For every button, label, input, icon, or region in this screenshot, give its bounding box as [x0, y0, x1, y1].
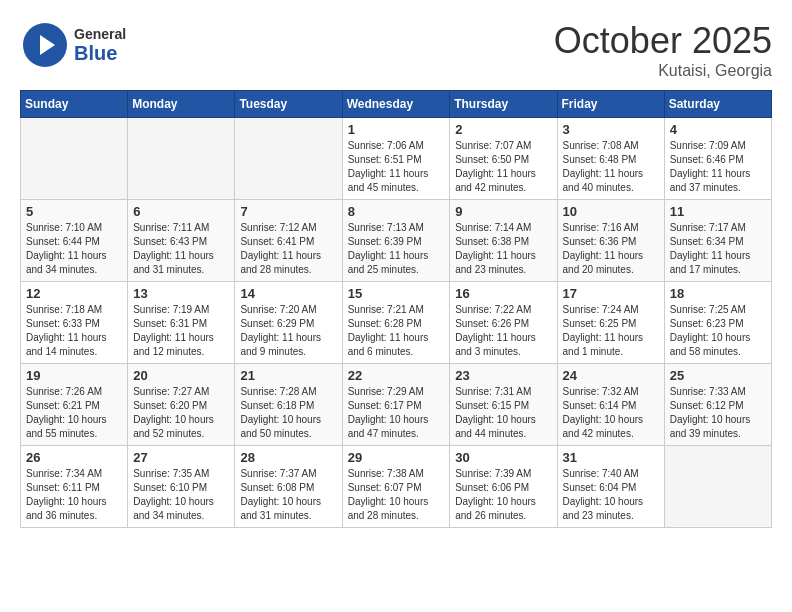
- calendar-cell: 6Sunrise: 7:11 AM Sunset: 6:43 PM Daylig…: [128, 200, 235, 282]
- calendar-cell: 1Sunrise: 7:06 AM Sunset: 6:51 PM Daylig…: [342, 118, 450, 200]
- day-info: Sunrise: 7:26 AM Sunset: 6:21 PM Dayligh…: [26, 385, 122, 441]
- day-info: Sunrise: 7:40 AM Sunset: 6:04 PM Dayligh…: [563, 467, 659, 523]
- day-number: 4: [670, 122, 766, 137]
- day-info: Sunrise: 7:06 AM Sunset: 6:51 PM Dayligh…: [348, 139, 445, 195]
- day-info: Sunrise: 7:07 AM Sunset: 6:50 PM Dayligh…: [455, 139, 551, 195]
- calendar-cell: 19Sunrise: 7:26 AM Sunset: 6:21 PM Dayli…: [21, 364, 128, 446]
- day-number: 25: [670, 368, 766, 383]
- calendar-cell: [21, 118, 128, 200]
- calendar-cell: [664, 446, 771, 528]
- day-info: Sunrise: 7:11 AM Sunset: 6:43 PM Dayligh…: [133, 221, 229, 277]
- day-info: Sunrise: 7:38 AM Sunset: 6:07 PM Dayligh…: [348, 467, 445, 523]
- header-day-tuesday: Tuesday: [235, 91, 342, 118]
- calendar-cell: 18Sunrise: 7:25 AM Sunset: 6:23 PM Dayli…: [664, 282, 771, 364]
- calendar-cell: 5Sunrise: 7:10 AM Sunset: 6:44 PM Daylig…: [21, 200, 128, 282]
- calendar-cell: 25Sunrise: 7:33 AM Sunset: 6:12 PM Dayli…: [664, 364, 771, 446]
- day-number: 6: [133, 204, 229, 219]
- day-info: Sunrise: 7:27 AM Sunset: 6:20 PM Dayligh…: [133, 385, 229, 441]
- header-day-monday: Monday: [128, 91, 235, 118]
- day-number: 19: [26, 368, 122, 383]
- day-info: Sunrise: 7:20 AM Sunset: 6:29 PM Dayligh…: [240, 303, 336, 359]
- day-info: Sunrise: 7:33 AM Sunset: 6:12 PM Dayligh…: [670, 385, 766, 441]
- calendar-cell: 9Sunrise: 7:14 AM Sunset: 6:38 PM Daylig…: [450, 200, 557, 282]
- calendar-cell: 11Sunrise: 7:17 AM Sunset: 6:34 PM Dayli…: [664, 200, 771, 282]
- location-title: Kutaisi, Georgia: [554, 62, 772, 80]
- week-row-3: 12Sunrise: 7:18 AM Sunset: 6:33 PM Dayli…: [21, 282, 772, 364]
- day-number: 3: [563, 122, 659, 137]
- calendar-cell: 3Sunrise: 7:08 AM Sunset: 6:48 PM Daylig…: [557, 118, 664, 200]
- calendar-cell: 15Sunrise: 7:21 AM Sunset: 6:28 PM Dayli…: [342, 282, 450, 364]
- day-number: 17: [563, 286, 659, 301]
- day-number: 2: [455, 122, 551, 137]
- calendar-cell: 13Sunrise: 7:19 AM Sunset: 6:31 PM Dayli…: [128, 282, 235, 364]
- day-number: 7: [240, 204, 336, 219]
- day-info: Sunrise: 7:17 AM Sunset: 6:34 PM Dayligh…: [670, 221, 766, 277]
- day-number: 20: [133, 368, 229, 383]
- day-info: Sunrise: 7:13 AM Sunset: 6:39 PM Dayligh…: [348, 221, 445, 277]
- day-info: Sunrise: 7:34 AM Sunset: 6:11 PM Dayligh…: [26, 467, 122, 523]
- day-number: 10: [563, 204, 659, 219]
- calendar-cell: [128, 118, 235, 200]
- day-number: 24: [563, 368, 659, 383]
- day-number: 9: [455, 204, 551, 219]
- page-header: General Blue October 2025 Kutaisi, Georg…: [20, 20, 772, 80]
- calendar-table: SundayMondayTuesdayWednesdayThursdayFrid…: [20, 90, 772, 528]
- day-info: Sunrise: 7:21 AM Sunset: 6:28 PM Dayligh…: [348, 303, 445, 359]
- title-block: October 2025 Kutaisi, Georgia: [554, 20, 772, 80]
- calendar-cell: 16Sunrise: 7:22 AM Sunset: 6:26 PM Dayli…: [450, 282, 557, 364]
- calendar-cell: [235, 118, 342, 200]
- calendar-cell: 31Sunrise: 7:40 AM Sunset: 6:04 PM Dayli…: [557, 446, 664, 528]
- week-row-4: 19Sunrise: 7:26 AM Sunset: 6:21 PM Dayli…: [21, 364, 772, 446]
- day-info: Sunrise: 7:28 AM Sunset: 6:18 PM Dayligh…: [240, 385, 336, 441]
- day-number: 16: [455, 286, 551, 301]
- day-number: 26: [26, 450, 122, 465]
- day-number: 11: [670, 204, 766, 219]
- calendar-header: SundayMondayTuesdayWednesdayThursdayFrid…: [21, 91, 772, 118]
- header-day-sunday: Sunday: [21, 91, 128, 118]
- logo-general: General: [74, 26, 126, 42]
- day-number: 27: [133, 450, 229, 465]
- calendar-cell: 10Sunrise: 7:16 AM Sunset: 6:36 PM Dayli…: [557, 200, 664, 282]
- week-row-2: 5Sunrise: 7:10 AM Sunset: 6:44 PM Daylig…: [21, 200, 772, 282]
- day-info: Sunrise: 7:09 AM Sunset: 6:46 PM Dayligh…: [670, 139, 766, 195]
- calendar-cell: 28Sunrise: 7:37 AM Sunset: 6:08 PM Dayli…: [235, 446, 342, 528]
- day-number: 23: [455, 368, 551, 383]
- day-info: Sunrise: 7:10 AM Sunset: 6:44 PM Dayligh…: [26, 221, 122, 277]
- day-number: 31: [563, 450, 659, 465]
- day-number: 18: [670, 286, 766, 301]
- day-number: 21: [240, 368, 336, 383]
- day-number: 28: [240, 450, 336, 465]
- calendar-cell: 21Sunrise: 7:28 AM Sunset: 6:18 PM Dayli…: [235, 364, 342, 446]
- month-title: October 2025: [554, 20, 772, 62]
- day-info: Sunrise: 7:14 AM Sunset: 6:38 PM Dayligh…: [455, 221, 551, 277]
- day-number: 14: [240, 286, 336, 301]
- calendar-cell: 8Sunrise: 7:13 AM Sunset: 6:39 PM Daylig…: [342, 200, 450, 282]
- calendar-cell: 14Sunrise: 7:20 AM Sunset: 6:29 PM Dayli…: [235, 282, 342, 364]
- day-info: Sunrise: 7:19 AM Sunset: 6:31 PM Dayligh…: [133, 303, 229, 359]
- header-day-saturday: Saturday: [664, 91, 771, 118]
- day-number: 29: [348, 450, 445, 465]
- day-info: Sunrise: 7:16 AM Sunset: 6:36 PM Dayligh…: [563, 221, 659, 277]
- calendar-cell: 2Sunrise: 7:07 AM Sunset: 6:50 PM Daylig…: [450, 118, 557, 200]
- calendar-cell: 29Sunrise: 7:38 AM Sunset: 6:07 PM Dayli…: [342, 446, 450, 528]
- day-number: 12: [26, 286, 122, 301]
- logo-blue: Blue: [74, 42, 126, 65]
- day-info: Sunrise: 7:35 AM Sunset: 6:10 PM Dayligh…: [133, 467, 229, 523]
- calendar-cell: 20Sunrise: 7:27 AM Sunset: 6:20 PM Dayli…: [128, 364, 235, 446]
- day-number: 13: [133, 286, 229, 301]
- calendar-body: 1Sunrise: 7:06 AM Sunset: 6:51 PM Daylig…: [21, 118, 772, 528]
- day-info: Sunrise: 7:25 AM Sunset: 6:23 PM Dayligh…: [670, 303, 766, 359]
- week-row-5: 26Sunrise: 7:34 AM Sunset: 6:11 PM Dayli…: [21, 446, 772, 528]
- day-number: 30: [455, 450, 551, 465]
- week-row-1: 1Sunrise: 7:06 AM Sunset: 6:51 PM Daylig…: [21, 118, 772, 200]
- logo: General Blue: [20, 20, 126, 70]
- day-number: 15: [348, 286, 445, 301]
- day-info: Sunrise: 7:08 AM Sunset: 6:48 PM Dayligh…: [563, 139, 659, 195]
- calendar-cell: 12Sunrise: 7:18 AM Sunset: 6:33 PM Dayli…: [21, 282, 128, 364]
- day-number: 5: [26, 204, 122, 219]
- calendar-cell: 30Sunrise: 7:39 AM Sunset: 6:06 PM Dayli…: [450, 446, 557, 528]
- header-day-friday: Friday: [557, 91, 664, 118]
- calendar-cell: 26Sunrise: 7:34 AM Sunset: 6:11 PM Dayli…: [21, 446, 128, 528]
- day-info: Sunrise: 7:32 AM Sunset: 6:14 PM Dayligh…: [563, 385, 659, 441]
- day-info: Sunrise: 7:29 AM Sunset: 6:17 PM Dayligh…: [348, 385, 445, 441]
